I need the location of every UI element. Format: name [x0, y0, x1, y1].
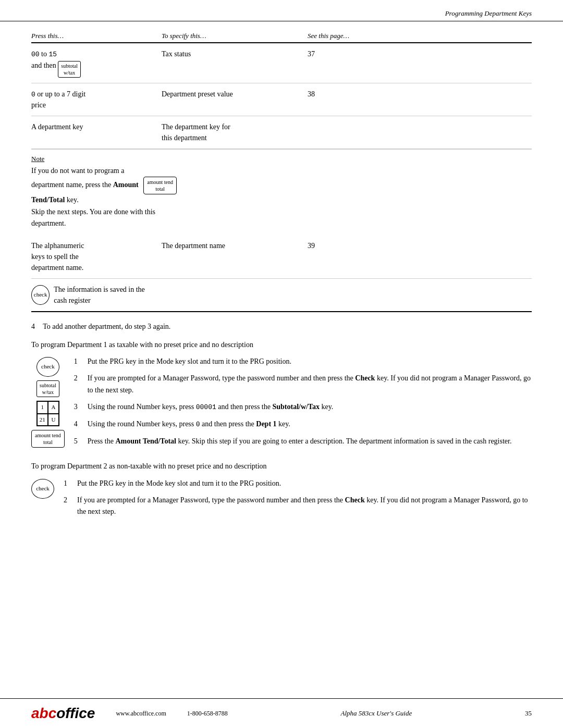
note-content: If you do not want to program a departme… — [31, 165, 532, 230]
page: Programming Department Keys Press this… … — [0, 0, 563, 728]
footer-page-number: 35 — [525, 709, 532, 718]
col-press-preset: 0 or up to a 7 digit price — [31, 89, 162, 111]
step4-single-block: 4 To add another department, do step 3 a… — [31, 323, 532, 331]
side-keys-dept2: check — [31, 478, 54, 499]
dept1-step4: 4 Using the round Number keys, press 0 a… — [74, 418, 532, 430]
dept1-steps-list: 1 Put the PRG key in the Mode key slot a… — [74, 356, 532, 447]
key-grid-A: A — [48, 401, 59, 414]
steps-column-dept2: 1 Put the PRG key in the Mode key slot a… — [64, 478, 532, 523]
note-label: Note — [31, 155, 532, 163]
dept1-step5: 5 Press the Amount Tend/Total key. Skip … — [74, 436, 532, 447]
check-key-dept2-step2: check — [31, 479, 54, 499]
key-grid-21: 21 — [37, 414, 48, 426]
page-header: Programming Department Keys — [0, 0, 563, 21]
main-content: Press this… To specify this… See this pa… — [0, 27, 563, 698]
dept-key-grid: 1 A 21 U — [36, 401, 59, 426]
check-key-dept1-step2: check — [36, 357, 59, 377]
note-amount-bold: Amount — [113, 181, 139, 189]
logo-office: office — [56, 705, 95, 721]
dept2-steps-list: 1 Put the PRG key in the Mode key slot a… — [64, 478, 532, 518]
col-see-tax: 37 — [308, 48, 381, 59]
col-specify-tax: Tax status — [162, 48, 308, 59]
table-row-check: check The information is saved in the ca… — [31, 279, 532, 312]
note-section: Note If you do not want to program a dep… — [31, 149, 532, 235]
dept1-step3: 3 Using the round Number keys, press 000… — [74, 401, 532, 413]
amount-tend-key-note: amount tendtotal — [143, 177, 177, 194]
section-dept2: To program Department 2 as non-taxable w… — [31, 461, 532, 523]
section-dept1-intro: To program Department 1 as taxable with … — [31, 339, 532, 351]
table-row-alpha: The alphanumeric keys to spell the depar… — [31, 235, 532, 279]
section-dept1: To program Department 1 as taxable with … — [31, 339, 532, 453]
press-table: Press this… To specify this… See this pa… — [31, 32, 532, 312]
header-title: Programming Department Keys — [445, 9, 532, 18]
table-row-tax: 00 to 15 and then subtotalw/tax Tax stat… — [31, 43, 532, 83]
footer-phone: 1-800-658-8788 — [187, 710, 228, 718]
logo-abc: abc — [31, 705, 56, 721]
press-code-tax: 00 to 15 — [31, 50, 57, 58]
key-grid-U: U — [48, 414, 59, 426]
subtotal-key: subtotalw/tax — [58, 61, 81, 78]
footer-links: www.abcoffice.com 1-800-658-8788 — [116, 710, 227, 718]
dept1-step2: 2 If you are prompted for a Manager Pass… — [74, 373, 532, 396]
side-keys-block-dept1: check subtotalw/tax 1 A 21 U amount tend… — [31, 356, 532, 452]
dept1-step1: 1 Put the PRG key in the Mode key slot a… — [74, 356, 532, 367]
col-see-alpha: 39 — [308, 240, 381, 251]
note-text: If you do not want to program a departme… — [31, 165, 532, 230]
page-footer: abcoffice www.abcoffice.com 1-800-658-87… — [0, 698, 563, 728]
subtotal-key-dept1: subtotalw/tax — [36, 380, 59, 397]
col-header-specify: To specify this… — [162, 32, 308, 40]
amount-tend-key-dept1: amount tendtotal — [31, 430, 65, 448]
step4-single-text: To add another department, do step 3 aga… — [43, 323, 170, 330]
check-info-text: The information is saved in the cash reg… — [54, 284, 156, 306]
col-header-press: Press this… — [31, 32, 162, 40]
section-dept2-intro: To program Department 2 as non-taxable w… — [31, 461, 532, 472]
col-header-see: See this page… — [308, 32, 381, 40]
table-row-preset: 0 or up to a 7 digit price Department pr… — [31, 83, 532, 117]
col-specify-dept: The department key for this department — [162, 121, 308, 143]
steps-column-dept1: 1 Put the PRG key in the Mode key slot a… — [74, 356, 532, 452]
brand-logo: abcoffice — [31, 705, 95, 722]
col-press-alpha: The alphanumeric keys to spell the depar… — [31, 240, 162, 273]
footer-brand: abcoffice www.abcoffice.com 1-800-658-87… — [31, 705, 228, 722]
dept2-step2: 2 If you are prompted for a Manager Pass… — [64, 495, 532, 518]
col-specify-alpha: The department name — [162, 240, 308, 251]
footer-website: www.abcoffice.com — [116, 710, 166, 718]
col-specify-preset: Department preset value — [162, 89, 308, 100]
table-row-dept-key: A department key The department key for … — [31, 116, 532, 149]
footer-left: Alpha 583cx User's Guide — [340, 709, 412, 718]
col-press-dept: A department key — [31, 121, 162, 132]
side-keys-block-dept2: check 1 Put the PRG key in the Mode key … — [31, 478, 532, 523]
check-key-round: check — [31, 285, 50, 305]
col-press-check: check The information is saved in the ca… — [31, 284, 162, 306]
col-see-preset: 38 — [308, 89, 381, 100]
footer-guide-name: Alpha 583cx User's Guide — [340, 709, 412, 718]
dept2-step1: 1 Put the PRG key in the Mode key slot a… — [64, 478, 532, 489]
note-tend-bold: Tend/Total — [31, 196, 65, 204]
col-press-tax: 00 to 15 and then subtotalw/tax — [31, 48, 162, 78]
key-grid-1: 1 — [37, 401, 48, 414]
side-keys-dept1: check subtotalw/tax 1 A 21 U amount tend… — [31, 356, 65, 448]
table-header-row: Press this… To specify this… See this pa… — [31, 32, 532, 43]
